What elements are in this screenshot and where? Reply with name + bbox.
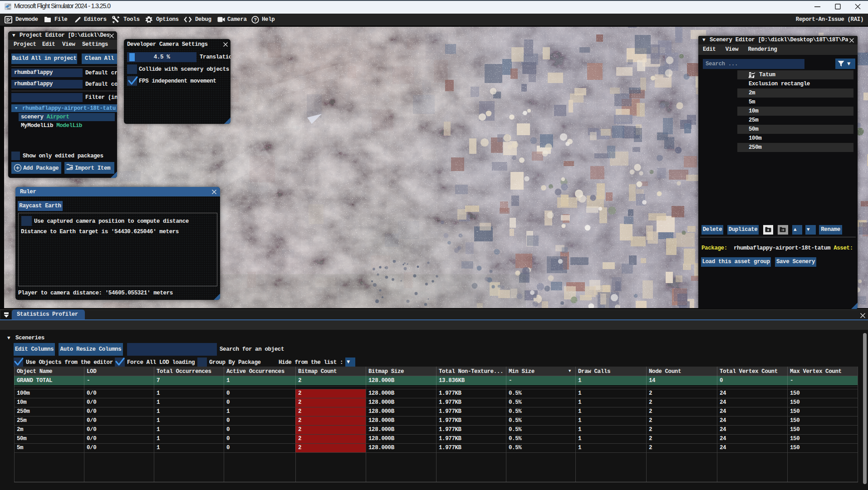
svg-text:?: ?: [254, 17, 256, 23]
